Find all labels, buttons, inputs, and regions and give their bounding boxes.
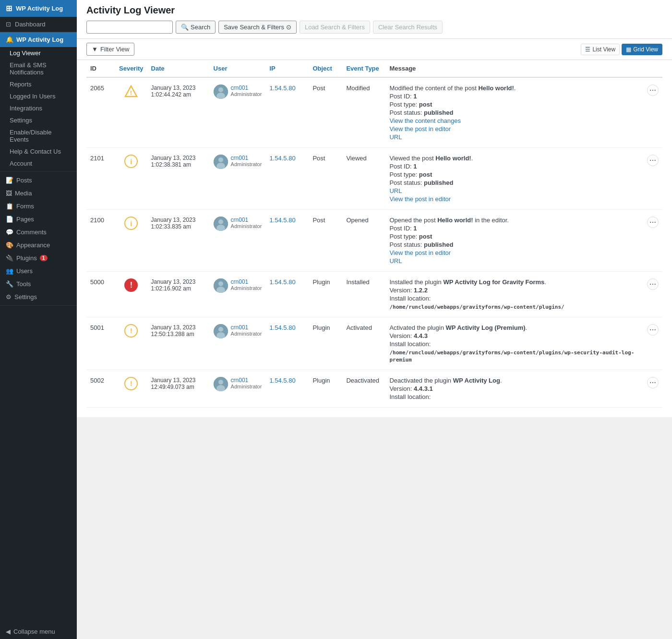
sidebar-sub-item-logged-in-users[interactable]: Logged In Users	[0, 90, 77, 102]
more-button[interactable]: ⋯	[647, 217, 659, 228]
sidebar-item-forms[interactable]: 📋Forms	[0, 200, 77, 213]
comments-label: Comments	[16, 229, 47, 236]
col-header-object[interactable]: Object	[309, 60, 342, 77]
sidebar-dashboard-label: Dashboard	[15, 21, 46, 28]
sidebar-item-dashboard[interactable]: ⊡ Dashboard	[0, 17, 77, 32]
table-header-row: IDSeverityDateUserIPObjectEvent TypeMess…	[86, 60, 662, 77]
users-label: Users	[16, 267, 33, 275]
ip-link[interactable]: 1.54.5.80	[269, 278, 295, 286]
sidebar-sub-item-help-contact[interactable]: Help & Contact Us	[0, 145, 77, 157]
search-button[interactable]: 🔍 Search	[176, 21, 216, 34]
col-header-date[interactable]: Date	[147, 60, 210, 77]
list-view-label: List View	[592, 46, 615, 53]
message-link[interactable]: View the post in editor	[389, 125, 639, 133]
sidebar-sub-item-settings[interactable]: Settings	[0, 114, 77, 126]
cell-date: January 13, 20231:02:44.242 am	[147, 77, 210, 148]
more-button[interactable]: ⋯	[647, 155, 659, 166]
col-header-severity[interactable]: Severity	[115, 60, 147, 77]
search-label: Search	[191, 24, 210, 31]
sidebar-item-users[interactable]: 👥Users	[0, 265, 77, 277]
col-header-user[interactable]: User	[210, 60, 266, 77]
cell-ip: 1.54.5.80	[265, 148, 309, 210]
settings-nav-label: Settings	[14, 293, 37, 301]
cell-id: 5000	[86, 272, 115, 317]
date-text: January 13, 2023	[151, 84, 206, 91]
save-search-button[interactable]: Save Search & Filters ⊙	[218, 21, 297, 34]
user-name[interactable]: crn001	[231, 324, 262, 331]
detail-line: Post status: published	[389, 109, 639, 116]
more-button[interactable]: ⋯	[647, 84, 659, 96]
pages-label: Pages	[16, 216, 34, 223]
message-link[interactable]: URL	[389, 257, 639, 265]
main-header: Activity Log Viewer 🔍 Search Save Search…	[77, 0, 672, 39]
more-button[interactable]: ⋯	[647, 324, 659, 336]
detail-line: Post ID: 1	[389, 225, 639, 232]
message-title: Hello world!	[435, 155, 471, 162]
message-link[interactable]: URL	[389, 187, 639, 194]
posts-icon: 📝	[6, 177, 13, 184]
sidebar-logo[interactable]: ⊞ WP Activity Log	[0, 0, 77, 17]
collapse-menu-button[interactable]: ◀ Collapse menu	[0, 624, 77, 639]
sidebar-item-comments[interactable]: 💬Comments	[0, 226, 77, 239]
user-name[interactable]: crn001	[231, 377, 262, 384]
sidebar-sub-item-reports[interactable]: Reports	[0, 78, 77, 90]
ip-link[interactable]: 1.54.5.80	[269, 155, 295, 162]
sidebar-nav-items: 📝Posts🖼Media📋Forms📄Pages💬Comments🎨Appear…	[0, 174, 77, 303]
user-name[interactable]: crn001	[231, 217, 262, 223]
user-name[interactable]: crn001	[231, 278, 262, 285]
sidebar-item-pages[interactable]: 📄Pages	[0, 213, 77, 226]
sidebar-logo-label: WP Activity Log	[16, 5, 63, 12]
sidebar-sub-item-integrations[interactable]: Integrations	[0, 102, 77, 114]
detail-value: published	[424, 179, 453, 186]
col-header-ip[interactable]: IP	[265, 60, 309, 77]
user-name[interactable]: crn001	[231, 155, 262, 161]
message-link[interactable]: View the post in editor	[389, 195, 639, 203]
detail-value: 1	[413, 93, 417, 100]
cell-user: crn001 Administrator	[210, 210, 266, 272]
ip-link[interactable]: 1.54.5.80	[269, 217, 295, 224]
severity-icon: i	[119, 217, 144, 230]
sidebar-item-plugins[interactable]: 🔌Plugins1	[0, 252, 77, 265]
forms-icon: 📋	[6, 203, 13, 210]
sidebar-wp-activity-label: WP Activity Log	[16, 36, 63, 43]
sidebar-item-appearance[interactable]: 🎨Appearance	[0, 239, 77, 252]
more-button[interactable]: ⋯	[647, 377, 659, 388]
sidebar-sub-item-email-sms[interactable]: Email & SMS Notifications	[0, 59, 77, 78]
ip-link[interactable]: 1.54.5.80	[269, 377, 295, 384]
ip-link[interactable]: 1.54.5.80	[269, 324, 295, 331]
grid-view-button[interactable]: ▦ Grid View	[622, 44, 662, 55]
table-row: 5001!January 13, 202312:50:13.288 am crn…	[86, 317, 662, 370]
cell-severity: i	[115, 210, 147, 272]
appearance-icon: 🎨	[6, 241, 13, 249]
message-intro: Installed the plugin	[389, 278, 443, 286]
sidebar-sub-item-enable-disable[interactable]: Enable/Disable Events	[0, 126, 77, 145]
message-suffix: in the editor.	[473, 217, 509, 224]
sidebar-divider-1	[0, 171, 77, 172]
filter-view-button[interactable]: ▼ Filter View	[86, 43, 134, 56]
col-header-event_type[interactable]: Event Type	[342, 60, 385, 77]
message-link[interactable]: View the post in editor	[389, 249, 639, 256]
message-link[interactable]: URL	[389, 133, 639, 141]
sidebar-item-settings-nav[interactable]: ⚙Settings	[0, 290, 77, 303]
list-view-button[interactable]: ☰ List View	[581, 44, 620, 55]
ip-link[interactable]: 1.54.5.80	[269, 84, 295, 92]
search-input[interactable]	[86, 21, 173, 34]
message-title: WP Activity Log (Premium)	[445, 324, 525, 331]
message-intro: Modified the content of the post	[389, 84, 478, 92]
avatar	[214, 84, 228, 99]
sidebar-item-media[interactable]: 🖼Media	[0, 187, 77, 200]
sidebar-sub-item-account[interactable]: Account	[0, 157, 77, 169]
more-button[interactable]: ⋯	[647, 278, 659, 290]
sidebar-wp-activity[interactable]: 🔔 WP Activity Log	[0, 32, 77, 47]
user-name[interactable]: crn001	[231, 84, 262, 91]
message-link[interactable]: View the content changes	[389, 117, 639, 124]
search-icon: 🔍	[181, 24, 189, 31]
plugins-icon: 🔌	[6, 254, 13, 262]
detail-line: Version: 1.2.2	[389, 287, 639, 294]
plugins-label: Plugins	[16, 254, 37, 262]
sidebar-item-tools[interactable]: 🔧Tools	[0, 277, 77, 290]
filter-bar: ▼ Filter View ☰ List View ▦ Grid View	[77, 39, 672, 60]
sidebar-item-posts[interactable]: 📝Posts	[0, 174, 77, 187]
sidebar-sub-item-log-viewer[interactable]: Log Viewer	[0, 47, 77, 59]
cell-ip: 1.54.5.80	[265, 210, 309, 272]
